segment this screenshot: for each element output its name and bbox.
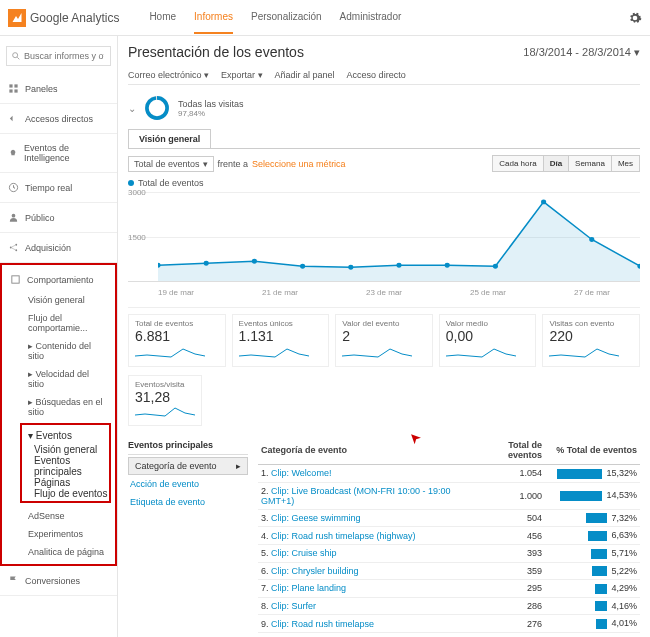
gear-icon[interactable] bbox=[628, 11, 642, 25]
svg-point-15 bbox=[252, 259, 257, 264]
nav-adquisición[interactable]: Adquisición bbox=[0, 236, 117, 259]
event-link[interactable]: Clip: Geese swimming bbox=[271, 513, 361, 523]
x-label: 19 de mar bbox=[158, 288, 194, 297]
logo[interactable]: Google Analytics bbox=[8, 9, 119, 27]
metric-card[interactable]: Visitas con evento220 bbox=[542, 314, 640, 367]
main-chart[interactable]: 3000 1500 bbox=[128, 192, 640, 282]
dimension-link[interactable]: Etiqueta de evento bbox=[128, 493, 248, 511]
dimension-link[interactable]: Acción de evento bbox=[128, 475, 248, 493]
svg-point-20 bbox=[493, 264, 498, 269]
nav-accesos-directos[interactable]: Accesos directos bbox=[0, 107, 117, 130]
metric-label: Valor del evento bbox=[342, 319, 426, 328]
pick-metric-link[interactable]: Seleccione una métrica bbox=[252, 159, 346, 169]
toolbar-correo-electrónico[interactable]: Correo electrónico ▾ bbox=[128, 70, 209, 80]
toolbar-acceso-directo[interactable]: Acceso directo bbox=[347, 70, 406, 80]
metric-selector[interactable]: Total de eventos ▾ bbox=[128, 156, 214, 172]
visits-pct: 97,84% bbox=[178, 109, 244, 118]
cell-total: 295 bbox=[472, 580, 545, 598]
metric-value: 31,28 bbox=[135, 389, 195, 405]
search-input[interactable] bbox=[24, 51, 104, 61]
date-range-picker[interactable]: 18/3/2014 - 28/3/2014 ▾ bbox=[523, 46, 640, 59]
topnav-home[interactable]: Home bbox=[149, 1, 176, 34]
vs-label: frente a bbox=[218, 159, 249, 169]
svg-point-19 bbox=[445, 263, 450, 268]
topnav-administrador[interactable]: Administrador bbox=[340, 1, 402, 34]
search-box[interactable] bbox=[6, 46, 111, 66]
timegran-día[interactable]: Día bbox=[543, 156, 568, 171]
subnav-item[interactable]: Visión general bbox=[20, 291, 115, 309]
subnav-item[interactable]: Páginas bbox=[34, 477, 109, 488]
event-link[interactable]: Clip: Road rush timelapse bbox=[271, 619, 374, 629]
timegran-mes[interactable]: Mes bbox=[611, 156, 639, 171]
table-row: 9. Clip: Road rush timelapse2764,01% bbox=[258, 615, 640, 633]
tab-vision-general[interactable]: Visión general bbox=[128, 129, 211, 148]
th-pct[interactable]: % Total de eventos bbox=[545, 436, 640, 465]
event-link[interactable]: Clip: Live Broadcast (MON-FRI 10:00 - 19… bbox=[261, 486, 451, 506]
subnav-item[interactable]: AdSense bbox=[20, 507, 115, 525]
th-category[interactable]: Categoría de evento bbox=[258, 436, 472, 465]
sparkline bbox=[135, 346, 205, 360]
cell-total: 269 bbox=[472, 633, 545, 638]
cell-pct: 7,32% bbox=[545, 509, 640, 527]
subnav-item[interactable]: Eventos principales bbox=[34, 455, 109, 477]
timegran-cada hora[interactable]: Cada hora bbox=[493, 156, 542, 171]
subnav-item[interactable]: Analitica de página bbox=[20, 543, 115, 561]
collapse-icon[interactable]: ⌄ bbox=[128, 103, 136, 114]
cell-pct: 15,32% bbox=[545, 465, 640, 483]
subnav-item[interactable]: ▸ Búsquedas en el sitio bbox=[20, 393, 115, 421]
metric-card[interactable]: Valor del evento2 bbox=[335, 314, 433, 367]
chevron-right-icon: ▸ bbox=[236, 461, 241, 471]
cell-pct: 4,29% bbox=[545, 580, 640, 598]
subnav-item[interactable]: Flujo de eventos bbox=[34, 488, 109, 499]
event-link[interactable]: Clip: Surfer bbox=[271, 601, 316, 611]
event-link[interactable]: Clip: Cruise ship bbox=[271, 548, 337, 558]
toolbar-añadir-al-panel[interactable]: Añadir al panel bbox=[275, 70, 335, 80]
nav-público[interactable]: Público bbox=[0, 206, 117, 229]
cell-pct: 4,16% bbox=[545, 597, 640, 615]
metric-label: Eventos/visita bbox=[135, 380, 195, 389]
visits-label: Todas las visitas bbox=[178, 99, 244, 109]
topnav-informes[interactable]: Informes bbox=[194, 1, 233, 34]
metric-value: 1.131 bbox=[239, 328, 323, 344]
bulb-icon bbox=[8, 148, 18, 159]
metric-card[interactable]: Valor medio0,00 bbox=[439, 314, 537, 367]
subnav-item[interactable]: Visión general bbox=[34, 444, 109, 455]
events-table: Categoría de evento Total de eventos % T… bbox=[258, 436, 640, 637]
content: Presentación de los eventos 18/3/2014 - … bbox=[118, 36, 650, 637]
event-link[interactable]: Clip: Road rush timelapse (highway) bbox=[271, 531, 416, 541]
events-per-visit-card: Eventos/visita 31,28 bbox=[128, 375, 202, 426]
svg-point-21 bbox=[541, 199, 546, 204]
nav-label: Conversiones bbox=[25, 576, 80, 586]
legend-dot-icon bbox=[128, 180, 134, 186]
cell-total: 1.054 bbox=[472, 465, 545, 483]
nav-eventos[interactable]: ▾ Eventos bbox=[22, 427, 109, 444]
timegran-semana[interactable]: Semana bbox=[568, 156, 611, 171]
subnav-item[interactable]: ▸ Contenido del sitio bbox=[20, 337, 115, 365]
toolbar-exportar[interactable]: Exportar ▾ bbox=[221, 70, 263, 80]
nav-conversiones[interactable]: Conversiones bbox=[0, 569, 117, 592]
metric-card[interactable]: Total de eventos6.881 bbox=[128, 314, 226, 367]
th-total[interactable]: Total de eventos bbox=[472, 436, 545, 465]
metric-card[interactable]: Eventos únicos1.131 bbox=[232, 314, 330, 367]
svg-point-22 bbox=[589, 237, 594, 242]
event-link[interactable]: Clip: Chrysler building bbox=[271, 566, 359, 576]
event-link[interactable]: Clip: Welcome! bbox=[271, 468, 331, 478]
toolbar: Correo electrónico ▾Exportar ▾Añadir al … bbox=[128, 66, 640, 85]
nav-paneles[interactable]: Paneles bbox=[0, 77, 117, 100]
subnav-item[interactable]: Flujo del comportamie... bbox=[20, 309, 115, 337]
svg-rect-3 bbox=[9, 89, 12, 92]
category-selector[interactable]: Categoría de evento▸ bbox=[128, 457, 248, 475]
person-icon bbox=[8, 212, 19, 223]
nav-tiempo-real[interactable]: Tiempo real bbox=[0, 176, 117, 199]
nav-comportamiento[interactable]: Comportamiento bbox=[2, 268, 115, 291]
metric-label: Visitas con evento bbox=[549, 319, 633, 328]
subnav-item[interactable]: ▸ Velocidad del sitio bbox=[20, 365, 115, 393]
subnav-item[interactable]: Experimentos bbox=[20, 525, 115, 543]
topnav-personalización[interactable]: Personalización bbox=[251, 1, 322, 34]
sparkline bbox=[342, 346, 412, 360]
table-row: 8. Clip: Surfer2864,16% bbox=[258, 597, 640, 615]
event-link[interactable]: Clip: Plane landing bbox=[271, 583, 346, 593]
nav-eventos-de-intelligence[interactable]: Eventos de Intelligence bbox=[0, 137, 117, 169]
cell-pct: 5,71% bbox=[545, 544, 640, 562]
metric-label: Valor medio bbox=[446, 319, 530, 328]
